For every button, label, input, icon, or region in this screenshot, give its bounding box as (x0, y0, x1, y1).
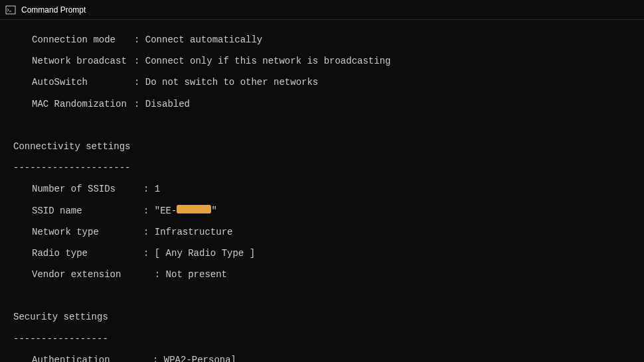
label: AutoSwitch (32, 77, 134, 88)
value: Not present (166, 269, 227, 280)
value: Connect only if this network is broadcas… (145, 56, 391, 66)
separator: : (143, 248, 155, 259)
section-connectivity-dashes: --------------------- (13, 162, 631, 173)
label: Vendor extension (32, 269, 143, 280)
row-radio-type: Radio type: [ Any Radio Type ] (13, 248, 631, 259)
row-vendor-extension: Vendor extension : Not present (13, 269, 631, 280)
titlebar[interactable]: Command Prompt (0, 0, 644, 20)
row-network-broadcast: Network broadcast: Connect only if this … (13, 56, 631, 66)
value-suffix: " (211, 206, 216, 216)
row-autoswitch: AutoSwitch: Do not switch to other netwo… (13, 77, 631, 88)
separator: : (153, 355, 164, 362)
section-security-dashes: ----------------- (13, 333, 631, 344)
row-mac-randomization: MAC Randomization: Disabled (13, 99, 631, 109)
label: SSID name (32, 206, 143, 216)
terminal-output: Connection mode: Connect automatically N… (0, 20, 644, 362)
value: Disabled (145, 99, 190, 109)
value: Do not switch to other networks (145, 77, 318, 88)
label: MAC Randomization (32, 99, 134, 109)
label: Network type (32, 227, 143, 237)
row-connection-mode: Connection mode: Connect automatically (13, 34, 631, 45)
value: Infrastructure (155, 227, 233, 237)
redacted-ssid (177, 205, 211, 213)
section-security-title: Security settings (13, 312, 631, 322)
row-network-type: Network type: Infrastructure (13, 227, 631, 237)
label: Connection mode (32, 34, 134, 45)
value: 1 (155, 184, 160, 194)
cmd-icon (5, 5, 16, 15)
value: Connect automatically (145, 34, 262, 45)
value-prefix: "EE- (155, 206, 177, 216)
separator: : (143, 269, 166, 280)
separator: : (143, 227, 155, 237)
section-connectivity-title: Connectivity settings (13, 141, 631, 152)
label: Authentication (32, 355, 153, 362)
separator: : (134, 56, 145, 66)
window-title: Command Prompt (21, 5, 86, 15)
separator: : (134, 99, 145, 109)
row-number-ssids: Number of SSIDs: 1 (13, 184, 631, 194)
value: WPA2-Personal (164, 355, 236, 362)
svg-rect-0 (6, 6, 15, 14)
separator: : (134, 34, 145, 45)
row-ssid-name: SSID name: "EE-" (13, 206, 631, 216)
label: Radio type (32, 248, 143, 259)
label: Network broadcast (32, 56, 134, 66)
separator: : (143, 184, 155, 194)
separator: : (143, 206, 155, 216)
separator: : (134, 77, 145, 88)
row-auth1: Authentication: WPA2-Personal (13, 355, 631, 362)
value: [ Any Radio Type ] (155, 248, 255, 259)
label: Number of SSIDs (32, 184, 143, 194)
